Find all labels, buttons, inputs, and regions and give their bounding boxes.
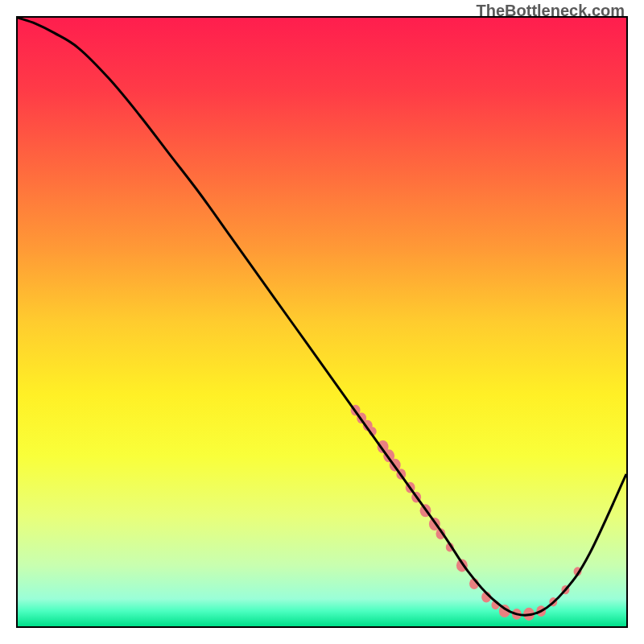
markers-group [351, 405, 582, 621]
chart-svg [18, 18, 626, 626]
plot-area [16, 16, 628, 628]
chart-container: TheBottleneck.com [0, 0, 644, 644]
curve-line [18, 18, 626, 615]
